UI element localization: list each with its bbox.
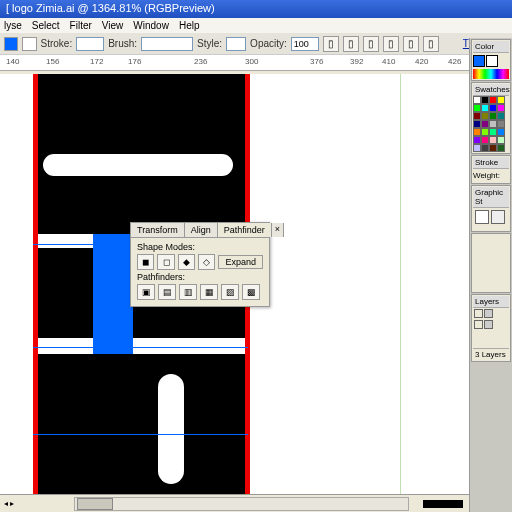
layers-panel[interactable]: Layers 3 Layers [471, 294, 511, 362]
distribute3-icon[interactable]: ▯ [423, 36, 439, 52]
menu-filter[interactable]: Filter [70, 20, 92, 31]
brush-input[interactable] [141, 37, 193, 51]
stroke-swatch[interactable] [22, 37, 36, 51]
layers-title: Layers [473, 296, 509, 308]
swatch-item[interactable] [473, 144, 481, 152]
divide-icon[interactable]: ▣ [137, 284, 155, 300]
stroke-color[interactable] [486, 55, 498, 67]
selection-edge-left [33, 74, 38, 494]
swatch-item[interactable] [481, 120, 489, 128]
ruler-tick: 392 [350, 57, 363, 66]
nav-preview [423, 500, 463, 508]
swatch-item[interactable] [473, 96, 481, 104]
ruler-tick: 140 [6, 57, 19, 66]
swatch-item[interactable] [489, 112, 497, 120]
distribute2-icon[interactable]: ▯ [403, 36, 419, 52]
stroke-input[interactable] [76, 37, 104, 51]
swatches-title: Swatches [473, 84, 509, 96]
color-spectrum[interactable] [473, 69, 509, 79]
swatch-item[interactable] [489, 144, 497, 152]
layer-thumb[interactable] [484, 320, 493, 329]
swatch-item[interactable] [473, 112, 481, 120]
swatch-item[interactable] [497, 144, 505, 152]
swatch-item[interactable] [481, 136, 489, 144]
swatch-item[interactable] [473, 120, 481, 128]
ruler-tick: 172 [90, 57, 103, 66]
menu-select[interactable]: Select [32, 20, 60, 31]
menu-help[interactable]: Help [179, 20, 200, 31]
swatch-item[interactable] [489, 104, 497, 112]
swatch-item[interactable] [489, 128, 497, 136]
minus-back-icon[interactable]: ▩ [242, 284, 260, 300]
swatch-item[interactable] [497, 96, 505, 104]
swatch-item[interactable] [473, 104, 481, 112]
merge-icon[interactable]: ▥ [179, 284, 197, 300]
swatch-item[interactable] [481, 104, 489, 112]
graphic-styles-panel[interactable]: Graphic St [471, 185, 511, 232]
distribute-icon[interactable]: ▯ [383, 36, 399, 52]
ruler-tick: 410 [382, 57, 395, 66]
swatch-item[interactable] [497, 112, 505, 120]
menu-analyse[interactable]: lyse [4, 20, 22, 31]
brush-label: Brush: [108, 38, 137, 49]
swatch-grid[interactable] [473, 96, 509, 152]
options-bar: Stroke: Brush: Style: Opacity: ▯ ▯ ▯ ▯ ▯… [0, 33, 512, 55]
fill-color[interactable] [473, 55, 485, 67]
swatch-item[interactable] [489, 96, 497, 104]
tab-transform[interactable]: Transform [131, 223, 185, 237]
style-thumb[interactable] [475, 210, 489, 224]
align-left-icon[interactable]: ▯ [323, 36, 339, 52]
swatch-item[interactable] [473, 128, 481, 136]
style-thumb[interactable] [491, 210, 505, 224]
swatch-item[interactable] [481, 128, 489, 136]
spacer-panel [471, 233, 511, 293]
trim-icon[interactable]: ▤ [158, 284, 176, 300]
visibility-icon[interactable] [474, 309, 483, 318]
stroke-label: Stroke: [41, 38, 73, 49]
layer-count: 3 Layers [473, 348, 509, 360]
swatch-item[interactable] [497, 120, 505, 128]
swatch-item[interactable] [489, 136, 497, 144]
intersect-icon[interactable]: ◆ [178, 254, 195, 270]
swatch-item[interactable] [481, 144, 489, 152]
close-icon[interactable]: × [272, 223, 284, 237]
swatch-item[interactable] [497, 136, 505, 144]
swatches-panel[interactable]: Swatches [471, 82, 511, 154]
menu-window[interactable]: Window [133, 20, 169, 31]
scroll-track[interactable] [74, 497, 409, 511]
menu-view[interactable]: View [102, 20, 124, 31]
unite-icon[interactable]: ◼ [137, 254, 154, 270]
swatch-item[interactable] [481, 96, 489, 104]
canvas[interactable]: Transform Align Pathfinder × Shape Modes… [10, 74, 469, 494]
stroke-title: Stroke [475, 158, 498, 167]
style-label: Style: [197, 38, 222, 49]
swatch-item[interactable] [473, 136, 481, 144]
subtract-icon[interactable]: ◻ [157, 254, 174, 270]
tab-align[interactable]: Align [185, 223, 218, 237]
layer-list[interactable] [473, 308, 509, 348]
exclude-icon[interactable]: ◇ [198, 254, 215, 270]
swatch-item[interactable] [489, 120, 497, 128]
swatch-item[interactable] [481, 112, 489, 120]
tab-pathfinder[interactable]: Pathfinder [218, 223, 272, 237]
align-center-icon[interactable]: ▯ [343, 36, 359, 52]
scroll-thumb[interactable] [77, 498, 113, 510]
style-input[interactable] [226, 37, 246, 51]
visibility-icon[interactable] [474, 320, 483, 329]
swatch-item[interactable] [497, 104, 505, 112]
expand-button[interactable]: Expand [218, 255, 263, 269]
pathfinder-panel[interactable]: Transform Align Pathfinder × Shape Modes… [130, 222, 270, 307]
stroke-panel[interactable]: Stroke Weight: [471, 155, 511, 184]
swatch-item[interactable] [497, 128, 505, 136]
color-panel[interactable]: Color [471, 39, 511, 81]
align-right-icon[interactable]: ▯ [363, 36, 379, 52]
ruler-tick: 376 [310, 57, 323, 66]
scrollbar-horizontal[interactable]: ◂ ▸ [0, 494, 469, 512]
zoom-readout[interactable]: ◂ ▸ [0, 499, 60, 508]
layer-thumb[interactable] [484, 309, 493, 318]
crop-icon[interactable]: ▦ [200, 284, 218, 300]
opacity-input[interactable] [291, 37, 319, 51]
outline-icon[interactable]: ▨ [221, 284, 239, 300]
fill-swatch[interactable] [4, 37, 18, 51]
panel-tab-bar: Transform Align Pathfinder × [131, 223, 269, 238]
